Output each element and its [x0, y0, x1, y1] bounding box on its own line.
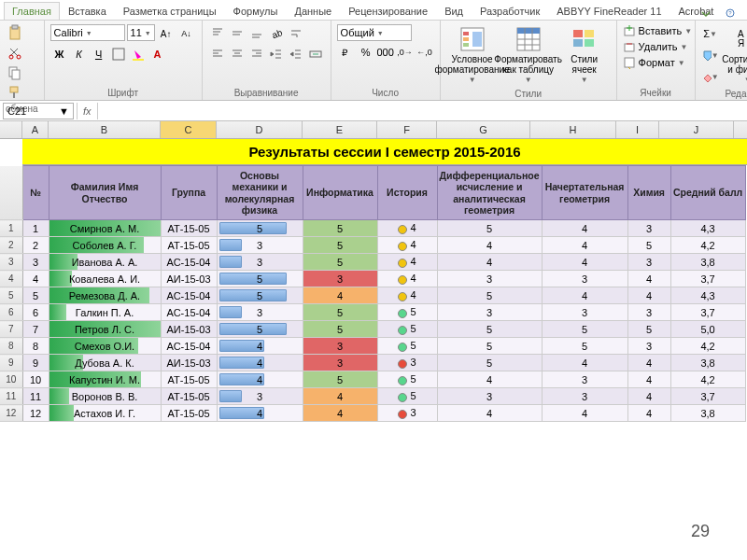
table-cell[interactable]: АТ-15-05 — [161, 237, 217, 254]
wrap-text-icon[interactable] — [287, 24, 305, 43]
cell-bar[interactable]: 5 — [217, 287, 303, 304]
table-cell[interactable]: АТ-15-05 — [161, 220, 217, 237]
row-header[interactable]: 9 — [0, 355, 22, 371]
table-cell[interactable]: 4,2 — [670, 371, 745, 388]
cell-name[interactable]: Петров Л. С. — [49, 321, 161, 338]
cell-grade[interactable]: 5 — [303, 220, 377, 237]
table-cell[interactable]: 4 — [627, 388, 670, 405]
table-cell[interactable]: 3 — [437, 271, 542, 287]
table-cell[interactable]: 3,8 — [670, 355, 745, 371]
table-cell[interactable]: 3,8 — [670, 405, 745, 422]
cell-bar[interactable]: 3 — [217, 388, 303, 405]
table-cell[interactable]: 3,7 — [670, 271, 745, 287]
cell-grade[interactable]: 4 — [303, 405, 377, 422]
ribbon-tab-2[interactable]: Разметка страницы — [115, 2, 225, 20]
row-header[interactable]: 12 — [0, 405, 22, 422]
col-header-E[interactable]: E — [303, 121, 377, 138]
col-header-C[interactable]: C — [161, 121, 217, 138]
table-cell[interactable]: 3 — [627, 338, 670, 355]
row-header[interactable]: 11 — [0, 388, 22, 405]
cell-bar[interactable]: 5 — [217, 220, 303, 237]
row-header[interactable]: 8 — [0, 338, 22, 355]
ribbon-tab-6[interactable]: Вид — [436, 2, 472, 20]
insert-cells-button[interactable]: Вставить▼ — [623, 24, 693, 37]
cell-bar[interactable]: 4 — [217, 355, 303, 371]
table-cell[interactable]: 10 — [22, 371, 49, 388]
cell-bar[interactable]: 4 — [217, 338, 303, 355]
table-cell[interactable]: 2 — [22, 237, 49, 254]
table-cell[interactable]: 4 — [437, 371, 542, 388]
table-cell[interactable]: 3,7 — [670, 304, 745, 321]
align-right-icon[interactable] — [247, 45, 266, 63]
underline-icon[interactable]: Ч — [90, 45, 108, 63]
cell-grade[interactable]: 5 — [303, 321, 377, 338]
font-name-combo[interactable]: Calibri▼ — [50, 24, 125, 41]
table-cell[interactable]: 4 — [437, 254, 542, 271]
fill-color-icon[interactable] — [129, 45, 148, 63]
cell-bar[interactable]: 4 — [217, 371, 303, 388]
format-cells-button[interactable]: Формат▼ — [623, 56, 693, 69]
table-cell[interactable]: 3,7 — [670, 388, 745, 405]
table-cell[interactable]: АТ-15-05 — [161, 388, 217, 405]
conditional-format-button[interactable]: Условное форматирование▼ — [446, 24, 499, 87]
cell-traffic[interactable]: 5 — [377, 371, 437, 388]
table-cell[interactable]: 5,0 — [670, 321, 745, 338]
cell-name[interactable]: Капустин И. М. — [49, 371, 161, 388]
align-middle-icon[interactable] — [228, 24, 247, 43]
table-cell[interactable]: 4 — [627, 405, 670, 422]
fill-icon[interactable]: ▼ — [701, 46, 720, 64]
cell-traffic[interactable]: 4 — [377, 220, 437, 237]
row-header[interactable]: 5 — [0, 287, 22, 304]
cell-name[interactable]: Ремезова Д. А. — [49, 287, 161, 304]
ribbon-tab-0[interactable]: Главная — [4, 2, 60, 20]
align-left-icon[interactable] — [208, 45, 227, 63]
ribbon-tab-1[interactable]: Вставка — [60, 2, 115, 20]
merge-icon[interactable] — [306, 45, 325, 63]
delete-cells-button[interactable]: Удалить▼ — [623, 40, 693, 53]
table-cell[interactable]: 5 — [437, 321, 542, 338]
data-grid[interactable]: №Фамилия Имя ОтчествоГруппаОсновы механи… — [0, 165, 746, 422]
table-cell[interactable]: 4 — [627, 371, 670, 388]
row-header[interactable]: 3 — [0, 254, 22, 271]
col-header-H[interactable]: H — [530, 121, 616, 138]
table-cell[interactable]: 8 — [22, 338, 49, 355]
paste-icon[interactable] — [6, 24, 24, 43]
formula-input[interactable] — [98, 103, 747, 119]
clear-icon[interactable]: ▼ — [701, 67, 720, 86]
table-cell[interactable]: 3 — [542, 304, 627, 321]
align-bottom-icon[interactable] — [247, 24, 266, 43]
cell-grade[interactable]: 4 — [303, 388, 377, 405]
decrease-indent-icon[interactable] — [267, 45, 286, 63]
cell-name[interactable]: Воронов В. В. — [49, 388, 161, 405]
align-center-icon[interactable] — [228, 45, 247, 63]
italic-icon[interactable]: К — [70, 45, 89, 63]
cell-traffic[interactable]: 5 — [377, 321, 437, 338]
cell-grade[interactable]: 5 — [303, 304, 377, 321]
table-cell[interactable]: 3 — [542, 371, 627, 388]
table-cell[interactable]: 5 — [22, 287, 49, 304]
row-header[interactable]: 7 — [0, 321, 22, 338]
table-cell[interactable]: АС-15-04 — [161, 287, 217, 304]
table-cell[interactable]: 5 — [437, 338, 542, 355]
cell-traffic[interactable]: 5 — [377, 338, 437, 355]
col-header-J[interactable]: J — [659, 121, 734, 138]
table-cell[interactable]: 1 — [22, 220, 49, 237]
font-color-icon[interactable]: A — [148, 45, 167, 63]
table-cell[interactable]: 4,3 — [670, 287, 745, 304]
help-icon[interactable]: ? — [721, 4, 740, 22]
borders-icon[interactable] — [109, 45, 128, 63]
align-top-icon[interactable] — [208, 24, 227, 43]
table-cell[interactable]: 4 — [437, 237, 542, 254]
cell-styles-button[interactable]: Стили ячеек▼ — [558, 24, 611, 87]
table-cell[interactable]: 5 — [542, 321, 627, 338]
cell-bar[interactable]: 3 — [217, 237, 303, 254]
cell-grade[interactable]: 5 — [303, 254, 377, 271]
cell-bar[interactable]: 5 — [217, 271, 303, 287]
decrease-decimal-icon[interactable]: ←,0 — [416, 43, 434, 62]
table-cell[interactable]: 3 — [437, 304, 542, 321]
table-cell[interactable]: АИ-15-03 — [161, 271, 217, 287]
table-cell[interactable]: 4 — [627, 271, 670, 287]
row-header[interactable]: 4 — [0, 271, 22, 287]
cell-name[interactable]: Иванова А. А. — [49, 254, 161, 271]
grow-font-icon[interactable]: A↑ — [157, 24, 176, 43]
